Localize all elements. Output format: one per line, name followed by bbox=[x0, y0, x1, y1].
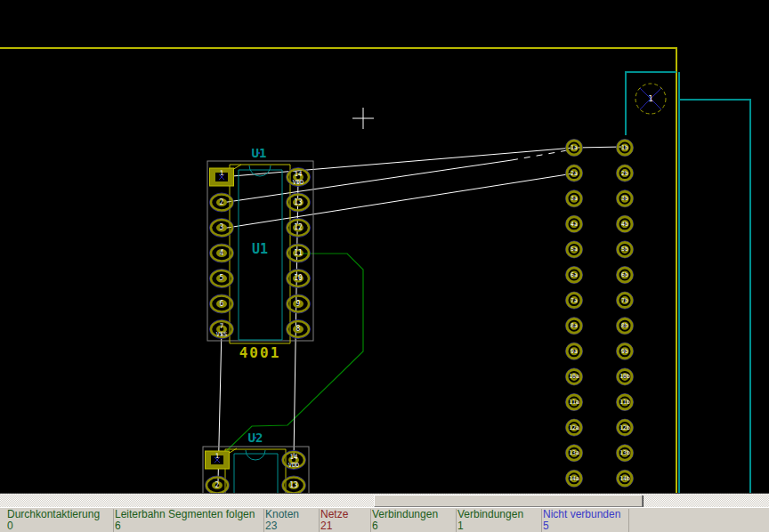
connector-pad-3b[interactable]: 3b bbox=[617, 190, 634, 207]
connector-pad-6b[interactable]: 6b bbox=[617, 267, 634, 284]
pad-label: 5b bbox=[621, 246, 628, 253]
connector-pad-13b[interactable]: 13b bbox=[617, 445, 634, 462]
ratsnest-line bbox=[222, 148, 574, 177]
pad-label: 5a bbox=[571, 246, 578, 253]
pad-label: 13b bbox=[619, 449, 630, 456]
pad-label: 14 bbox=[289, 453, 298, 461]
mounting-hole-1[interactable]: 1 bbox=[635, 84, 666, 114]
status-track-segments: Leiterbahn Segmenten folgen 6 bbox=[111, 509, 264, 532]
pad-label: 1 bbox=[215, 452, 220, 460]
connector-pad-3a[interactable]: 3a bbox=[566, 190, 583, 207]
component-reference: U1 bbox=[252, 146, 267, 160]
pad-label: 2 bbox=[220, 198, 224, 206]
pad-label: 4 bbox=[220, 249, 224, 257]
connector-pad-2a[interactable]: 2a bbox=[566, 165, 583, 181]
component-reference: U2 bbox=[248, 431, 263, 445]
ratsnest-line-dashed bbox=[512, 149, 572, 160]
connector-pad-14a[interactable]: 14a bbox=[566, 470, 583, 487]
board-drawing: 1U1U140011234567VSS14VDD1312111098U21214… bbox=[0, 0, 769, 493]
pad-label: 7a bbox=[571, 297, 578, 304]
pad-label: 3b bbox=[621, 195, 628, 202]
connector-pad-1a[interactable]: 1a bbox=[566, 140, 583, 157]
pad-label: 14b bbox=[619, 475, 630, 482]
cursor-crosshair-icon bbox=[352, 108, 374, 129]
component-u1[interactable]: U1U140011234567VSS14VDD1312111098 bbox=[207, 146, 313, 361]
connector-pad-6a[interactable]: 6a bbox=[566, 267, 583, 284]
pad-label: 13 bbox=[294, 198, 303, 206]
pad-label: 10 bbox=[294, 274, 303, 282]
pad-label: 9a bbox=[571, 348, 578, 355]
pcb-canvas[interactable]: 1U1U140011234567VSS14VDD1312111098U21214… bbox=[0, 0, 769, 493]
pad-label: 8b bbox=[621, 322, 628, 329]
connector-pad-9b[interactable]: 9b bbox=[617, 343, 634, 359]
connector-pad-7a[interactable]: 7a bbox=[566, 292, 583, 309]
connector-pad-7b[interactable]: 7b bbox=[617, 292, 634, 309]
component-u1-pad-1[interactable]: 1 bbox=[210, 168, 234, 186]
connector-pads[interactable]: 1a2a3a4a5a6a7a8a9a10a11a12a13a14a1b2b3b4… bbox=[566, 140, 634, 488]
pad-label: 12b bbox=[619, 424, 630, 431]
connector-pad-8b[interactable]: 8b bbox=[617, 318, 634, 335]
status-bar: Durchkontaktierung 0 Leiterbahn Segmente… bbox=[0, 507, 769, 532]
connector-pad-10a[interactable]: 10a bbox=[566, 368, 583, 385]
pad-label: 1b bbox=[621, 144, 628, 151]
pad-net-label: VSS bbox=[216, 331, 228, 338]
connector-pad-9a[interactable]: 9a bbox=[566, 343, 583, 359]
connector-pad-5a[interactable]: 5a bbox=[566, 241, 583, 258]
status-vias: Durchkontaktierung 0 bbox=[4, 509, 114, 532]
pad-label: 2b bbox=[621, 170, 628, 177]
pad-label: 4a bbox=[571, 221, 578, 228]
connector-pad-12b[interactable]: 12b bbox=[617, 419, 634, 436]
pad-label: 13a bbox=[569, 449, 579, 456]
status-connections-2: Verbindungen 1 bbox=[454, 509, 542, 532]
connector-pad-4b[interactable]: 4b bbox=[617, 215, 634, 232]
pad-label: 8a bbox=[571, 322, 578, 329]
pad-label: 3a bbox=[571, 195, 578, 202]
ratsnest-line bbox=[222, 173, 573, 229]
component-u2-pad-1[interactable]: 1 bbox=[206, 451, 230, 469]
status-unconnected: Nicht verbunden 5 bbox=[539, 509, 629, 532]
connector-pad-14b[interactable]: 14b bbox=[617, 470, 634, 487]
connector-pad-8a[interactable]: 8a bbox=[566, 318, 583, 335]
pad-net-label: VDD bbox=[293, 179, 304, 186]
connector-pad-1b[interactable]: 1b bbox=[617, 140, 634, 157]
pad-label: 7b bbox=[621, 297, 628, 304]
pad-label: 13 bbox=[289, 481, 298, 489]
connector-pad-12a[interactable]: 12a bbox=[566, 419, 583, 436]
pad-label: 6 bbox=[220, 300, 224, 308]
component-reference-inner: U1 bbox=[252, 241, 268, 257]
connector-pad-5b[interactable]: 5b bbox=[617, 241, 634, 258]
pad-label: 9b bbox=[621, 348, 628, 355]
pad-label: 7 bbox=[220, 322, 224, 330]
pad-label: 8 bbox=[296, 325, 301, 333]
board-edge-notch bbox=[626, 72, 676, 135]
pad-label: 6b bbox=[621, 271, 628, 278]
status-nets: Netze 21 bbox=[317, 509, 371, 532]
pad-label: 3 bbox=[220, 223, 224, 231]
horizontal-scrollbar[interactable] bbox=[0, 493, 769, 507]
pad-label: 12a bbox=[569, 424, 579, 431]
connector-pad-4a[interactable]: 4a bbox=[566, 215, 583, 232]
connector-pad-11b[interactable]: 11b bbox=[617, 394, 634, 411]
pad-label: 14a bbox=[569, 475, 579, 482]
pad-label: 11a bbox=[569, 399, 579, 406]
horizontal-scrollbar-thumb[interactable] bbox=[374, 495, 643, 507]
pad-label: 9 bbox=[296, 300, 301, 308]
pad-net-label: VDD bbox=[288, 462, 300, 469]
pad-label: 11b bbox=[619, 399, 630, 406]
connector-pad-11a[interactable]: 11a bbox=[566, 394, 583, 411]
pad-label: 11 bbox=[294, 249, 303, 257]
pad-label: 1a bbox=[571, 144, 578, 151]
pad-label: 2 bbox=[215, 481, 220, 489]
connector-pad-2b[interactable]: 2b bbox=[617, 165, 634, 181]
board-edge-right-outer bbox=[680, 100, 750, 493]
pad-label: 10a bbox=[569, 373, 579, 380]
pad-label: 1 bbox=[220, 169, 224, 177]
pin1-notch-arc bbox=[246, 450, 265, 460]
component-value: 4001 bbox=[239, 344, 281, 361]
connector-pad-10b[interactable]: 10b bbox=[617, 368, 634, 385]
pad-label: 10b bbox=[619, 373, 630, 380]
connector-pad-13a[interactable]: 13a bbox=[566, 445, 583, 462]
pad-label: 4b bbox=[621, 221, 628, 228]
pad-label: 6a bbox=[571, 271, 578, 278]
pad-label: 14 bbox=[294, 170, 303, 178]
